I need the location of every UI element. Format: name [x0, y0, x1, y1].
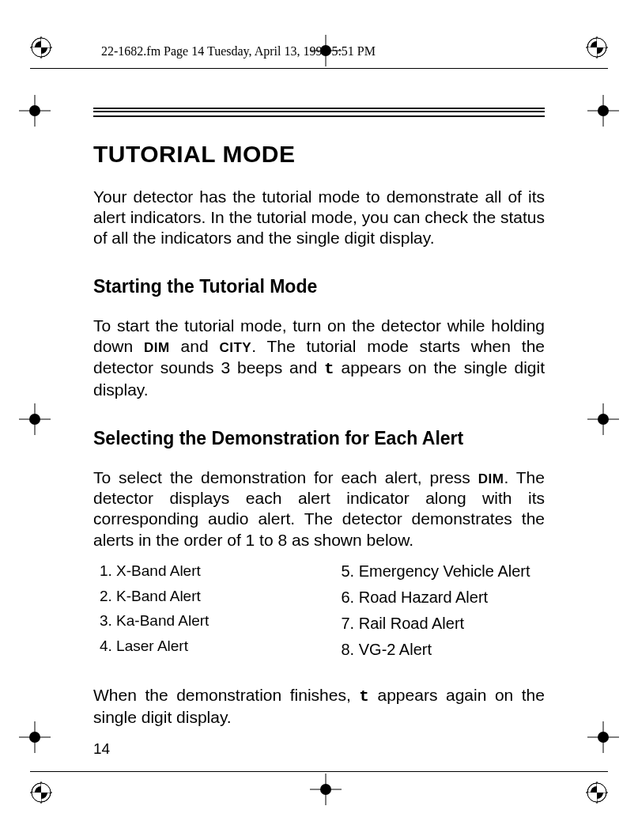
page-title: TUTORIAL MODE: [93, 139, 545, 169]
registration-mark-icon: [30, 36, 52, 59]
section-rule: [93, 108, 545, 117]
crop-mark-icon: [19, 721, 51, 753]
text: To select the demonstration for each ale…: [93, 468, 478, 486]
footer-rule: [30, 771, 608, 772]
starting-paragraph: To start the tutorial mode, turn on the …: [93, 316, 545, 400]
list-item: 8. VG-2 Alert: [342, 640, 546, 660]
crop-mark-icon: [19, 95, 51, 127]
text: and: [170, 337, 220, 355]
display-glyph-t: t: [359, 687, 369, 706]
crop-mark-icon: [587, 403, 619, 435]
crop-header-text: 22-1682.fm Page 14 Tuesday, April 13, 19…: [101, 44, 376, 59]
selecting-paragraph: To select the demonstration for each ale…: [93, 467, 545, 551]
crop-mark-icon: [19, 403, 51, 435]
registration-mark-icon: [586, 36, 608, 59]
subheading-starting: Starting the Tutorial Mode: [93, 275, 545, 298]
crop-mark-icon: [587, 721, 619, 753]
svg-point-25: [29, 414, 40, 425]
intro-paragraph: Your detector has the tutorial mode to d…: [93, 187, 545, 249]
display-glyph-t: t: [324, 360, 334, 378]
alert-column-right: 5. Emergency Vehicle Alert 6. Road Hazar…: [342, 562, 546, 666]
svg-point-28: [29, 732, 40, 743]
content: TUTORIAL MODE Your detector has the tuto…: [77, 108, 561, 728]
button-label-city: CITY: [219, 340, 251, 355]
svg-point-31: [598, 105, 609, 116]
button-label-dim: DIM: [478, 471, 504, 486]
page-number: 14: [93, 740, 110, 758]
svg-point-43: [320, 784, 331, 795]
list-item: 5. Emergency Vehicle Alert: [342, 562, 546, 581]
button-label-dim: DIM: [144, 340, 170, 355]
list-item: 7. Rail Road Alert: [342, 614, 546, 634]
page: 22-1682.fm Page 14 Tuesday, April 13, 19…: [0, 0, 638, 840]
closing-paragraph: When the demonstration finishes, t appea…: [93, 685, 545, 728]
list-item: 3. Ka-Band Alert: [100, 611, 304, 630]
alert-column-left: 1. X-Band Alert 2. K-Band Alert 3. Ka-Ba…: [100, 562, 304, 666]
crop-mark-icon: [310, 774, 342, 805]
registration-mark-icon: [30, 781, 52, 804]
content-frame: TUTORIAL MODE Your detector has the tuto…: [77, 108, 561, 755]
list-item: 4. Laser Alert: [100, 637, 304, 656]
alert-list: 1. X-Band Alert 2. K-Band Alert 3. Ka-Ba…: [100, 562, 545, 666]
crop-mark-icon: [587, 95, 619, 127]
subheading-selecting: Selecting the Demonstration for Each Ale…: [93, 427, 545, 450]
text: When the demonstration finishes,: [93, 686, 359, 704]
header-rule: [30, 68, 608, 69]
svg-point-34: [598, 414, 609, 425]
svg-point-22: [29, 105, 40, 116]
list-item: 6. Road Hazard Alert: [342, 588, 546, 607]
registration-mark-icon: [586, 781, 608, 804]
list-item: 2. K-Band Alert: [100, 587, 304, 606]
list-item: 1. X-Band Alert: [100, 562, 304, 581]
svg-point-37: [598, 732, 609, 743]
